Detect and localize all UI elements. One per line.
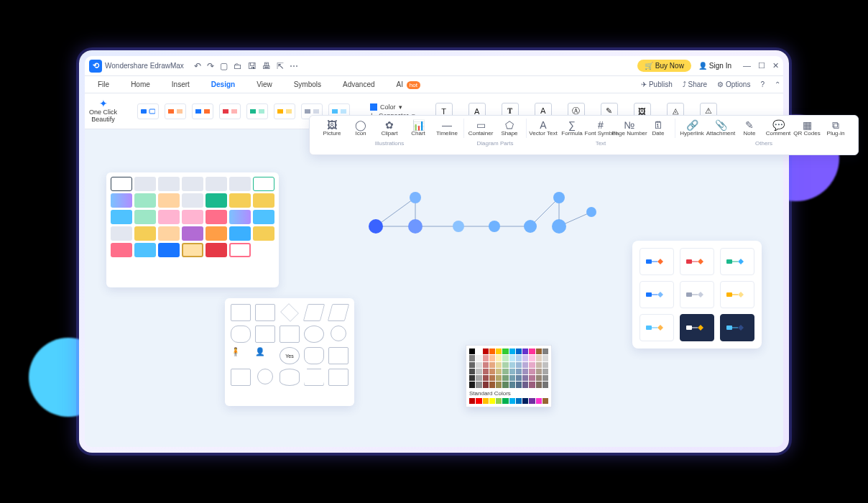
color-swatch[interactable] [542,398,548,404]
palette-item[interactable] [158,193,180,208]
color-swatch[interactable] [542,362,548,368]
redo-icon[interactable]: ↷ [207,61,214,71]
insert-clipart-button[interactable]: ✿Clipart [376,119,403,138]
palette-item[interactable] [206,210,227,224]
insert-plug-in-button[interactable]: ⧉Plug-in [822,119,849,138]
color-swatch[interactable] [483,369,489,374]
color-swatch[interactable] [496,382,502,387]
shape-diamond[interactable] [280,303,299,322]
color-swatch[interactable] [536,369,542,374]
shape-rect[interactable] [255,326,275,343]
color-swatch[interactable] [529,382,535,387]
palette-item[interactable] [134,177,156,191]
theme-style-card[interactable] [640,281,674,308]
color-swatch[interactable] [489,349,495,354]
tab-view[interactable]: View [246,78,282,91]
theme-style-card[interactable] [720,281,754,308]
canvas[interactable]: 🧍 👤 Yes Standard Colors [85,129,783,447]
theme-swatch[interactable] [137,103,159,119]
palette-item[interactable] [111,177,132,191]
color-swatch[interactable] [496,362,502,368]
color-swatch[interactable] [469,369,475,374]
node[interactable] [586,207,596,217]
tab-advanced[interactable]: Advanced [333,78,384,91]
help-icon[interactable]: ? [760,80,765,88]
color-swatch[interactable] [469,362,475,368]
theme-swatch[interactable] [274,103,295,119]
palette-item[interactable] [134,243,156,257]
palette-item[interactable] [229,193,251,208]
insert-attachment-button[interactable]: 📎Attachment [707,119,734,138]
color-swatch[interactable] [483,398,489,404]
theme-swatch[interactable] [246,103,268,119]
shape-rect[interactable] [328,347,348,364]
tab-file[interactable]: File [88,78,119,91]
shape-rect[interactable] [280,326,300,343]
color-swatch[interactable] [489,355,495,361]
shape-parallelogram[interactable] [303,304,325,321]
shape-circle[interactable] [331,326,346,341]
color-swatch[interactable] [469,355,475,361]
color-swatch[interactable] [476,382,481,387]
color-swatch[interactable] [516,362,522,368]
theme-style-card[interactable] [640,314,674,341]
color-swatch[interactable] [476,398,481,404]
color-swatch[interactable] [483,382,489,387]
color-swatch[interactable] [509,369,515,374]
color-swatch[interactable] [542,382,548,387]
color-swatch[interactable] [496,349,502,354]
palette-item[interactable] [253,210,274,224]
tab-home[interactable]: Home [121,78,160,91]
color-swatch[interactable] [516,369,522,374]
theme-swatch[interactable] [165,103,186,119]
color-swatch[interactable] [522,355,528,361]
color-swatch[interactable] [509,398,515,404]
color-swatch[interactable] [516,398,522,404]
color-swatch[interactable] [489,398,495,404]
insert-font-symbol-button[interactable]: #Font Symbol [587,119,614,138]
color-swatch[interactable] [496,369,502,374]
tab-symbols[interactable]: Symbols [284,78,331,91]
print-icon[interactable]: 🖶 [262,61,271,71]
color-swatch[interactable] [522,398,528,404]
color-swatch[interactable] [529,398,535,404]
color-swatch[interactable] [469,375,475,381]
insert-comment-button[interactable]: 💬Comment [765,119,792,138]
palette-item[interactable] [229,226,251,241]
shape-ellipse[interactable] [304,326,324,343]
color-swatch[interactable] [529,375,535,381]
node[interactable] [553,192,565,203]
color-swatch[interactable] [469,398,475,404]
tab-design[interactable]: Design [201,78,245,91]
more-qat-icon[interactable]: ⋯ [290,61,298,71]
publish-button[interactable]: ✈ Publish [641,80,673,88]
color-swatch[interactable] [522,375,528,381]
color-dropdown[interactable]: Color ▾ [370,103,415,111]
theme-style-card[interactable] [720,248,754,275]
color-swatch[interactable] [516,349,522,354]
color-swatch[interactable] [483,375,489,381]
color-swatch[interactable] [536,362,542,368]
color-swatch[interactable] [483,355,489,361]
color-swatch[interactable] [509,355,515,361]
color-swatch[interactable] [483,362,489,368]
shape-rectangle[interactable] [231,304,251,321]
share-button[interactable]: ⤴ Share [683,80,707,88]
color-swatch[interactable] [529,362,535,368]
node[interactable] [552,219,566,234]
color-swatch[interactable] [502,382,508,387]
color-swatch[interactable] [509,362,515,368]
color-swatch[interactable] [509,382,515,387]
color-swatch[interactable] [476,369,481,374]
color-swatch[interactable] [516,382,522,387]
color-swatch[interactable] [529,369,535,374]
color-swatch[interactable] [522,369,528,374]
palette-item[interactable] [253,193,274,208]
palette-item[interactable] [182,210,203,224]
palette-item[interactable] [206,243,227,257]
color-swatch[interactable] [536,382,542,387]
node[interactable] [524,220,537,233]
color-swatch[interactable] [542,349,548,354]
palette-item[interactable] [229,210,251,224]
insert-shape-button[interactable]: ⬠Shape [496,119,523,138]
